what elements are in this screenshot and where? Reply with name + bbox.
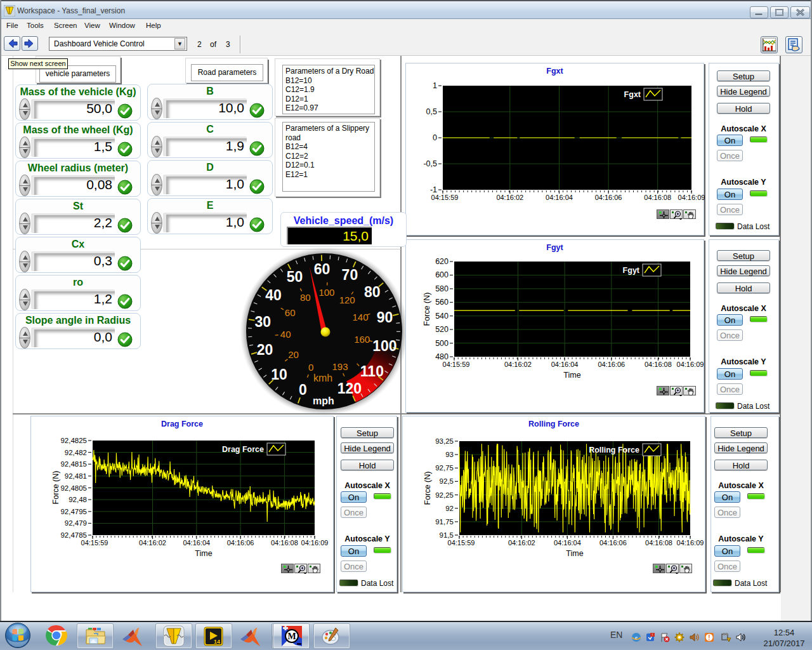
svg-text:91,5: 91,5	[440, 531, 454, 539]
svg-text:93: 93	[445, 451, 454, 458]
svg-text:14: 14	[214, 639, 220, 645]
svg-text:M: M	[287, 632, 296, 641]
svg-text:Force (N): Force (N)	[423, 472, 432, 505]
svg-text:140: 140	[352, 312, 368, 322]
svg-text:1: 1	[433, 81, 437, 90]
svg-text:!: !	[708, 634, 710, 641]
svg-text:kmh: kmh	[313, 373, 332, 383]
svg-text:92,5: 92,5	[440, 477, 454, 485]
svg-text:04:16:06: 04:16:06	[598, 361, 625, 368]
svg-text:80: 80	[364, 284, 381, 300]
svg-text:04:16:04: 04:16:04	[551, 361, 579, 368]
svg-text:04:16:08: 04:16:08	[645, 539, 672, 547]
svg-text:04:15:59: 04:15:59	[448, 539, 475, 547]
svg-text:Time: Time	[566, 549, 583, 558]
svg-text:04:16:09: 04:16:09	[301, 539, 329, 547]
svg-text:90: 90	[377, 309, 393, 326]
svg-text:60: 60	[285, 307, 296, 318]
svg-text:560: 560	[435, 298, 449, 307]
svg-text:40: 40	[265, 287, 282, 303]
svg-text:-0,5: -0,5	[423, 159, 437, 168]
svg-text:04:15:59: 04:15:59	[81, 539, 108, 547]
svg-text:92: 92	[445, 505, 454, 512]
svg-text:04:16:09: 04:16:09	[677, 361, 704, 368]
svg-text:04:16:06: 04:16:06	[595, 194, 622, 201]
svg-text:04:16:09: 04:16:09	[678, 194, 705, 201]
svg-text:620: 620	[435, 257, 449, 266]
svg-text:Fgxt: Fgxt	[624, 90, 641, 99]
svg-text:92,4825: 92,4825	[60, 437, 87, 444]
svg-text:Drag Force: Drag Force	[222, 445, 264, 454]
svg-text:20: 20	[257, 342, 273, 358]
svg-text:30: 30	[254, 314, 271, 330]
svg-text:93,25: 93,25	[435, 437, 454, 445]
svg-text:04:16:02: 04:16:02	[504, 361, 532, 368]
svg-text:04:16:09: 04:16:09	[677, 539, 704, 547]
svg-text:0: 0	[299, 381, 307, 398]
svg-text:120: 120	[339, 295, 355, 305]
svg-text:04:16:04: 04:16:04	[183, 539, 210, 547]
svg-text:04:16:02: 04:16:02	[508, 539, 535, 547]
svg-text:540: 540	[435, 312, 449, 321]
svg-text:110: 110	[360, 363, 384, 380]
svg-text:04:16:06: 04:16:06	[227, 539, 254, 547]
svg-text:e: e	[635, 634, 638, 640]
svg-text:-1: -1	[430, 185, 437, 194]
svg-text:04:16:08: 04:16:08	[644, 194, 671, 201]
svg-text:04:16:08: 04:16:08	[645, 361, 672, 368]
svg-text:10: 10	[271, 366, 287, 383]
svg-text:480: 480	[435, 352, 449, 361]
svg-text:160: 160	[354, 334, 370, 345]
svg-text:92,481: 92,481	[65, 472, 87, 480]
svg-text:70: 70	[342, 267, 358, 283]
svg-text:91,75: 91,75	[435, 518, 454, 526]
svg-text:600: 600	[435, 270, 449, 279]
svg-text:92,479: 92,479	[65, 519, 87, 527]
svg-text:04:16:08: 04:16:08	[271, 539, 298, 547]
svg-text:50: 50	[287, 269, 303, 285]
svg-text:04:15:59: 04:15:59	[443, 361, 470, 368]
svg-text:Time: Time	[195, 549, 212, 558]
svg-text:80: 80	[300, 292, 311, 303]
svg-text:04:16:02: 04:16:02	[139, 539, 166, 547]
svg-text:04:16:04: 04:16:04	[546, 194, 573, 201]
svg-text:500: 500	[435, 339, 449, 348]
svg-text:520: 520	[435, 325, 449, 334]
svg-text:100: 100	[318, 287, 334, 298]
svg-text:580: 580	[435, 284, 449, 293]
svg-text:92,75: 92,75	[435, 464, 454, 472]
svg-text:Force (N): Force (N)	[422, 293, 431, 326]
svg-text:193: 193	[332, 361, 348, 372]
svg-text:92,4805: 92,4805	[60, 484, 87, 492]
svg-text:120: 120	[337, 380, 362, 397]
svg-text:92,4815: 92,4815	[60, 460, 87, 468]
svg-text:mph: mph	[313, 395, 334, 406]
svg-text:Force (N): Force (N)	[51, 471, 60, 505]
svg-text:04:16:04: 04:16:04	[554, 539, 581, 547]
svg-text:0: 0	[308, 362, 313, 373]
svg-text:!: !	[652, 633, 653, 637]
svg-text:Time: Time	[563, 371, 580, 380]
svg-text:92,48: 92,48	[69, 496, 87, 503]
svg-text:Fgyt: Fgyt	[623, 266, 640, 275]
svg-text:Rolling Force: Rolling Force	[589, 446, 639, 454]
svg-text:40: 40	[280, 329, 291, 340]
svg-text:04:16:02: 04:16:02	[496, 194, 523, 201]
svg-text:92,482: 92,482	[65, 449, 87, 456]
svg-text:0,5: 0,5	[426, 107, 437, 116]
svg-text:92,4795: 92,4795	[60, 508, 87, 515]
svg-text:92,25: 92,25	[435, 491, 454, 499]
svg-text:04:15:59: 04:15:59	[431, 194, 459, 201]
svg-text:20: 20	[288, 349, 299, 360]
svg-text:04:16:06: 04:16:06	[599, 539, 627, 547]
svg-text:100: 100	[372, 338, 396, 354]
svg-text:60: 60	[314, 261, 331, 277]
svg-text:0: 0	[433, 133, 437, 142]
svg-text:92,4785: 92,4785	[60, 531, 87, 539]
